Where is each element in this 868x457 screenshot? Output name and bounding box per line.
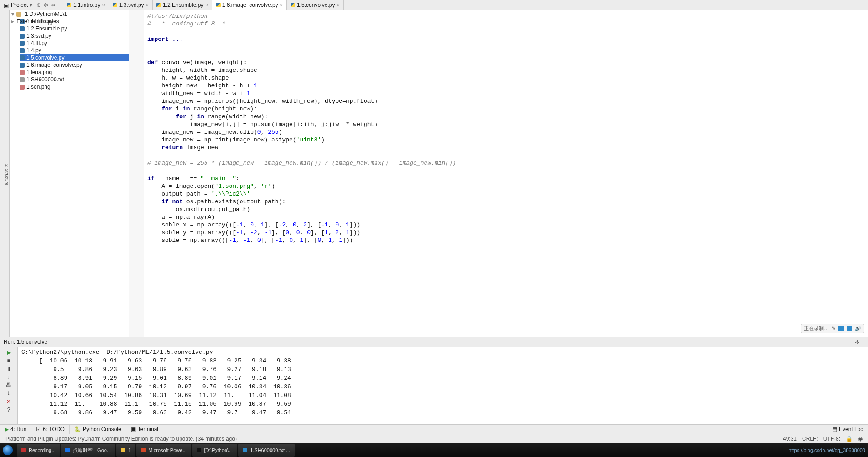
python-file-icon: [20, 26, 25, 31]
close-icon[interactable]: ×: [102, 2, 105, 8]
tree-file-label: 1.3.svd.py: [26, 33, 51, 39]
close-icon[interactable]: ×: [280, 2, 283, 8]
tab-label: 1.6.image_convolve.py: [222, 2, 278, 8]
taskbar-app-label: 1: [128, 447, 131, 453]
record-icon-2[interactable]: [847, 326, 852, 331]
tree-file-label: 1.son.png: [26, 84, 50, 90]
run-gutter: ▶ ■ ⏸ ↓ 🖶 ⤓ ✕ ?: [0, 347, 18, 424]
speaker-icon[interactable]: 🔊: [855, 326, 861, 331]
external-libraries[interactable]: ▸ External Libraries: [11, 18, 129, 25]
terminal-icon: ▣: [131, 426, 136, 432]
print-button[interactable]: 🖶: [5, 382, 12, 389]
python-file-icon: [20, 63, 25, 68]
app-icon: [243, 448, 247, 452]
tree-file[interactable]: 1.lena.png: [20, 69, 129, 76]
taskbar-app-label: Microsoft Powe...: [148, 447, 186, 453]
rerun-button[interactable]: ▶: [5, 349, 12, 356]
event-log-tool[interactable]: ▤ Event Log: [828, 425, 868, 434]
settings-icon[interactable]: ✻: [853, 339, 861, 345]
minimize-icon[interactable]: –: [861, 339, 868, 345]
close-icon[interactable]: ×: [205, 2, 208, 8]
editor-tab[interactable]: 1.5.convolve.py×: [287, 0, 344, 10]
taskbar-app-label: [D:\Python\...: [204, 447, 233, 453]
terminal-tool[interactable]: ▣ Terminal: [126, 425, 163, 434]
python-file-icon: [20, 55, 25, 60]
editor-tab[interactable]: 1.1.intro.py×: [63, 0, 109, 10]
editor-tab[interactable]: 1.6.image_convolve.py×: [212, 0, 287, 10]
event-log-icon: ▤: [832, 426, 837, 432]
start-button[interactable]: [0, 443, 15, 457]
code-content[interactable]: #!/usr/bin/python # -*- coding:utf-8 -*-…: [129, 10, 868, 246]
tab-label: 1.5.convolve.py: [297, 2, 335, 8]
taskbar-app-label: 1.SH600000.txt ...: [250, 447, 290, 453]
taskbar-app[interactable]: 点题时空 - Goo...: [61, 444, 115, 457]
pause-button[interactable]: ⏸: [5, 365, 12, 372]
export-button[interactable]: ⤓: [5, 390, 12, 397]
os-taskbar[interactable]: Recording...点题时空 - Goo...1Microsoft Powe…: [0, 443, 868, 457]
help-button[interactable]: ?: [5, 406, 12, 413]
python-file-icon: [216, 3, 221, 7]
hide-icon[interactable]: ⬌: [51, 2, 55, 8]
down-button[interactable]: ↓: [5, 373, 12, 381]
edit-icon[interactable]: ✎: [832, 326, 836, 331]
stop-button[interactable]: ■: [5, 357, 12, 364]
gear-icon[interactable]: –: [58, 2, 61, 8]
tree-file-label: 1.lena.png: [26, 69, 52, 75]
run-panel-title: Run: 1.5.convolve: [0, 339, 51, 345]
play-icon: ▶: [5, 426, 9, 432]
python-file-icon: [291, 3, 295, 7]
collapse-icon[interactable]: ⊕: [36, 2, 41, 8]
taskbar-app[interactable]: Microsoft Powe...: [136, 444, 191, 457]
tab-label: 1.3.svd.py: [119, 2, 144, 8]
editor-tabs: 1.1.intro.py×1.3.svd.py×1.2.Ensumble.py×…: [63, 0, 868, 10]
tree-file-label: 1.4.fft.py: [26, 40, 47, 46]
tree-file[interactable]: 1.6.image_convolve.py: [20, 61, 129, 69]
close-button[interactable]: ✕: [5, 398, 12, 405]
todo-tool[interactable]: ☑ 6: TODO: [31, 425, 70, 434]
windows-icon: [3, 445, 13, 455]
file-encoding[interactable]: UTF-8:: [821, 436, 843, 442]
tree-file[interactable]: 1.3.svd.py: [20, 32, 129, 40]
python-file-icon: [20, 41, 25, 46]
left-tool-strip[interactable]: 2: Structure: [0, 10, 10, 337]
tree-file[interactable]: 1.2.Ensumble.py: [20, 25, 129, 32]
system-tray[interactable]: https://blog.csdn.net/qq_38608000: [788, 447, 868, 453]
record-icon[interactable]: [838, 326, 844, 331]
taskbar-app-label: Recording...: [29, 447, 55, 453]
project-root[interactable]: ▾ 1 D:\Python\ML\1 1.1.intro.py1.2.Ensum…: [11, 10, 129, 18]
close-icon[interactable]: ×: [146, 2, 149, 8]
image-file-icon: [20, 85, 25, 90]
tab-label: 1.2.Ensumble.py: [163, 2, 203, 8]
tree-file[interactable]: 1.5.convolve.py: [20, 54, 129, 61]
settings-icon[interactable]: ✻: [44, 2, 48, 8]
taskbar-app[interactable]: 1.SH600000.txt ...: [238, 444, 295, 457]
structure-tab[interactable]: 2: Structure: [5, 164, 9, 186]
python-file-icon: [113, 3, 117, 7]
taskbar-app[interactable]: [D:\Python\...: [192, 444, 238, 457]
tree-file-label: 1.2.Ensumble.py: [26, 25, 67, 32]
app-icon: [197, 448, 201, 452]
editor-tab[interactable]: 1.3.svd.py×: [109, 0, 153, 10]
chevron-down-icon: ▾: [11, 10, 15, 18]
project-root-label: 1 D:\Python\ML\1: [25, 11, 67, 17]
project-tree[interactable]: ▾ 1 D:\Python\ML\1 1.1.intro.py1.2.Ensum…: [10, 10, 129, 337]
code-editor[interactable]: #!/usr/bin/python # -*- coding:utf-8 -*-…: [129, 10, 868, 337]
python-console-tool[interactable]: 🐍 Python Console: [70, 425, 126, 434]
lock-icon[interactable]: 🔒: [843, 436, 855, 442]
line-separator[interactable]: CRLF:: [799, 436, 821, 442]
python-icon: 🐍: [74, 426, 81, 432]
close-icon[interactable]: ×: [336, 2, 339, 8]
tree-file-label: 1.5.convolve.py: [26, 55, 64, 61]
tree-file[interactable]: 1.4.fft.py: [20, 40, 129, 47]
taskbar-app[interactable]: 1: [116, 444, 135, 457]
tree-file-label: 1.SH600000.txt: [26, 76, 64, 83]
tree-file[interactable]: 1.4.py: [20, 47, 129, 54]
tree-file[interactable]: 1.son.png: [20, 83, 129, 90]
taskbar-app[interactable]: Recording...: [17, 444, 60, 457]
tree-file[interactable]: 1.SH600000.txt: [20, 76, 129, 83]
run-tool[interactable]: ▶ 4: Run: [0, 425, 31, 434]
editor-tab[interactable]: 1.2.Ensumble.py×: [153, 0, 212, 10]
run-output[interactable]: C:\Python27\python.exe D:/Python/ML/1/1.…: [18, 347, 868, 424]
project-tool-header[interactable]: ▣ Project ▾: [0, 0, 36, 10]
inspections-icon[interactable]: ◉: [855, 436, 865, 442]
